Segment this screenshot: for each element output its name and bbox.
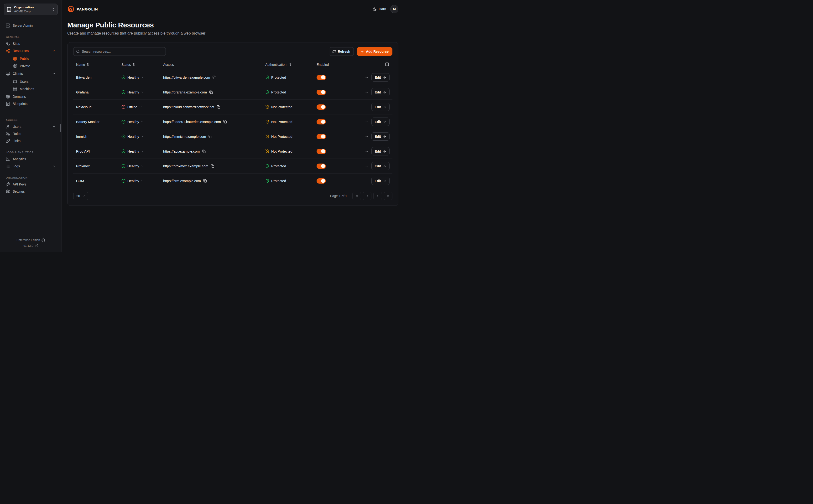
- copy-icon: [209, 90, 213, 94]
- resource-url: https://immich.example.com: [163, 135, 206, 139]
- row-menu-button[interactable]: [363, 89, 369, 95]
- status-dropdown[interactable]: Healthy: [121, 179, 144, 183]
- column-header-name[interactable]: Name: [73, 63, 119, 67]
- status-dropdown[interactable]: Healthy: [121, 164, 144, 168]
- row-menu-button[interactable]: [363, 149, 369, 154]
- shield-check-icon: [265, 90, 269, 94]
- enabled-toggle[interactable]: [316, 134, 326, 139]
- sidebar-item-links[interactable]: Links: [4, 137, 58, 144]
- first-page-button[interactable]: [352, 192, 361, 200]
- shield-check-icon: [265, 75, 269, 79]
- enabled-toggle[interactable]: [316, 164, 326, 169]
- share-nodes-icon: [6, 49, 10, 53]
- resource-name: Proxmox: [73, 164, 119, 168]
- copy-url-button[interactable]: [223, 119, 227, 124]
- sidebar-item-users[interactable]: Users: [4, 123, 58, 130]
- row-menu-button[interactable]: [363, 119, 369, 125]
- copy-url-button[interactable]: [203, 179, 207, 183]
- sidebar-item-sites[interactable]: Sites: [4, 40, 58, 47]
- add-resource-button[interactable]: Add Resource: [356, 47, 392, 56]
- sidebar-item-blueprints[interactable]: Blueprints: [4, 100, 58, 107]
- copy-icon: [202, 149, 206, 153]
- sidebar-item-domains[interactable]: Domains: [4, 93, 58, 100]
- refresh-button[interactable]: Refresh: [329, 47, 354, 56]
- enabled-toggle[interactable]: [316, 90, 326, 95]
- edit-button[interactable]: Edit: [371, 73, 389, 82]
- row-menu-button[interactable]: [363, 104, 369, 110]
- copy-url-button[interactable]: [201, 149, 206, 154]
- copy-url-button[interactable]: [212, 75, 217, 80]
- sidebar-item-roles[interactable]: Roles: [4, 130, 58, 137]
- sidebar-item-api-keys[interactable]: API Keys: [4, 181, 58, 188]
- sidebar-nav: Server Admin GENERAL Sites Resources Pub…: [0, 21, 62, 234]
- column-header-status[interactable]: Status: [119, 63, 160, 67]
- chevrons-right-icon: [386, 194, 390, 198]
- edit-button[interactable]: Edit: [371, 88, 389, 96]
- status-dropdown[interactable]: Healthy: [121, 134, 144, 139]
- row-menu-button[interactable]: [363, 178, 369, 184]
- status-dropdown[interactable]: Healthy: [121, 90, 144, 94]
- last-page-button[interactable]: [384, 192, 392, 200]
- next-page-button[interactable]: [373, 192, 382, 200]
- toggle-knob: [321, 120, 325, 124]
- previous-page-button[interactable]: [363, 192, 371, 200]
- copy-url-button[interactable]: [210, 164, 215, 168]
- copy-url-button[interactable]: [216, 105, 221, 109]
- sidebar-item-server-admin[interactable]: Server Admin: [4, 22, 58, 29]
- version-link[interactable]: v1.13.0: [0, 243, 62, 249]
- laptop-icon: [13, 79, 17, 84]
- sidebar-item-settings[interactable]: Settings: [4, 188, 58, 195]
- ellipsis-icon: [364, 105, 368, 109]
- sidebar-item-clients[interactable]: Clients: [4, 70, 58, 77]
- sidebar-scrollbar-thumb[interactable]: [60, 124, 61, 132]
- toggle-knob: [321, 75, 325, 79]
- column-header-authentication[interactable]: Authentication: [262, 63, 314, 67]
- circle-check-icon: [121, 75, 125, 79]
- search-input[interactable]: [82, 50, 163, 53]
- enabled-toggle[interactable]: [316, 178, 326, 184]
- brand-logo[interactable]: PANGOLIN: [67, 5, 98, 13]
- sidebar-item-client-users[interactable]: Users: [11, 78, 58, 85]
- chevron-down-icon: [141, 135, 144, 138]
- row-menu-button[interactable]: [363, 163, 369, 169]
- row-menu-button[interactable]: [363, 134, 369, 139]
- sidebar-item-private[interactable]: Private: [11, 62, 58, 70]
- toggle-knob: [321, 134, 325, 139]
- status-dropdown[interactable]: Healthy: [121, 149, 144, 153]
- sidebar-item-logs[interactable]: Logs: [4, 163, 58, 170]
- ellipsis-icon: [364, 179, 368, 183]
- edit-button[interactable]: Edit: [371, 177, 389, 185]
- edit-button[interactable]: Edit: [371, 118, 389, 126]
- sidebar-item-analytics[interactable]: Analytics: [4, 155, 58, 163]
- copy-icon: [203, 179, 207, 183]
- sidebar-item-resources[interactable]: Resources: [4, 47, 58, 54]
- auth-status: Protected: [271, 76, 286, 79]
- page-size-select[interactable]: 20: [73, 192, 88, 200]
- status-dropdown[interactable]: Healthy: [121, 120, 144, 124]
- edition-link[interactable]: Enterprise Edition: [0, 237, 62, 243]
- status-dropdown[interactable]: Healthy: [121, 75, 144, 79]
- enabled-toggle[interactable]: [316, 75, 326, 80]
- row-menu-button[interactable]: [363, 75, 369, 80]
- sidebar-item-machines[interactable]: Machines: [11, 85, 58, 93]
- copy-icon: [208, 135, 212, 138]
- enabled-toggle[interactable]: [316, 119, 326, 124]
- org-selector[interactable]: Organization ACME Corp.: [4, 4, 58, 15]
- theme-toggle[interactable]: Dark: [372, 7, 386, 11]
- enabled-toggle[interactable]: [316, 104, 326, 110]
- edit-button[interactable]: Edit: [371, 162, 389, 170]
- copy-url-button[interactable]: [208, 134, 212, 139]
- edit-button[interactable]: Edit: [371, 103, 389, 111]
- chevron-down-icon: [141, 150, 144, 153]
- edit-button[interactable]: Edit: [371, 132, 389, 141]
- copy-url-button[interactable]: [209, 90, 213, 94]
- status-dropdown[interactable]: Offline: [121, 105, 142, 109]
- edit-button[interactable]: Edit: [371, 147, 389, 155]
- enabled-toggle[interactable]: [316, 149, 326, 154]
- link-icon: [6, 139, 10, 143]
- sidebar-item-public[interactable]: Public: [11, 55, 58, 62]
- column-visibility-button[interactable]: [384, 62, 389, 67]
- table-header-row: Name Status Access Authentication Enable…: [73, 59, 392, 70]
- avatar[interactable]: M: [390, 5, 398, 13]
- toggle-knob: [321, 105, 325, 109]
